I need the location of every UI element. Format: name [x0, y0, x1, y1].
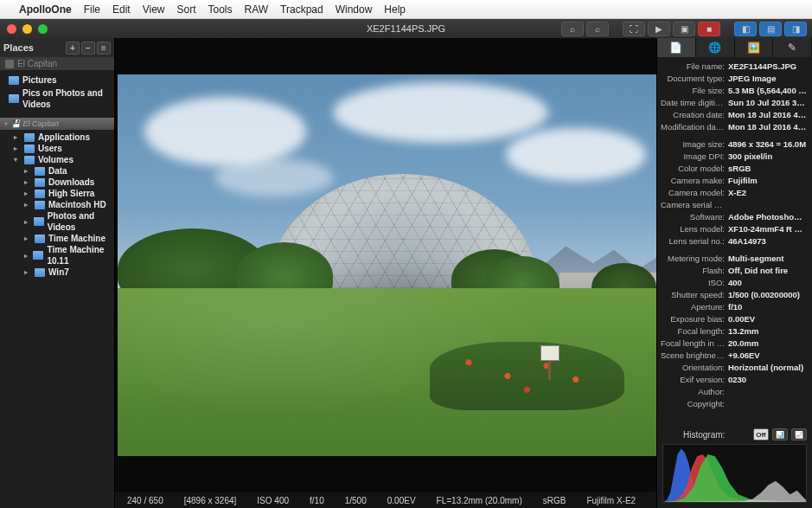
folder-icon [35, 178, 45, 187]
remove-place-button[interactable]: − [81, 42, 95, 55]
folder-icon [35, 201, 45, 209]
toggle-filmstrip-icon[interactable]: ▤ [759, 22, 782, 36]
tree-item[interactable]: ▸Users [0, 143, 114, 154]
folder-icon [9, 94, 19, 103]
photo-canvas [118, 74, 656, 456]
tree-item[interactable]: ▸Time Machine 10.11 [0, 244, 114, 267]
disclosure-icon[interactable]: ▸ [14, 143, 21, 154]
add-place-button[interactable]: + [66, 42, 80, 55]
record-icon[interactable]: ■ [698, 22, 720, 36]
tree-item[interactable]: ▸Applications [0, 132, 114, 143]
disclosure-icon[interactable]: ▸ [24, 267, 31, 278]
metadata-value [728, 386, 807, 398]
minimize-button[interactable] [22, 24, 32, 34]
metadata-row: Software:Adobe Photoshop CS6 (M... [661, 211, 807, 223]
close-button[interactable] [7, 24, 16, 34]
places-options-button[interactable]: ≡ [97, 42, 111, 55]
titlebar[interactable]: XE2F1144PS.JPG ⌕ ⌕ ⛶ ▶ ▣ ■ ◧ ▤ ◨ [0, 19, 812, 38]
zoom-button[interactable] [38, 24, 48, 34]
folder-icon [35, 190, 45, 198]
tree-label: Photos and Videos [48, 210, 112, 233]
metadata-value: +9.06EV [728, 350, 807, 362]
favorite-folder[interactable]: Pictures [0, 74, 114, 87]
disclosure-icon[interactable]: ▸ [24, 177, 31, 188]
tab-globe[interactable]: 🌐 [696, 38, 735, 57]
page-icon: 📄 [669, 42, 682, 54]
toggle-sidebar-icon[interactable]: ◧ [734, 22, 757, 36]
menu-file[interactable]: File [84, 3, 100, 16]
metadata-value: 0.00EV [728, 313, 807, 325]
folder-icon [33, 251, 43, 260]
status-ev: 0.00EV [387, 496, 416, 505]
menu-sort[interactable]: Sort [177, 3, 196, 16]
tree-item[interactable]: ▸High Sierra [0, 188, 114, 199]
favorite-folder[interactable]: Pics on Photos and Videos [0, 87, 114, 111]
metadata-row: Camera model:X-E2 [661, 187, 807, 199]
tree-item[interactable]: ▸Data [0, 165, 114, 177]
fullscreen-icon[interactable]: ⛶ [623, 22, 645, 36]
disclosure-icon[interactable]: ▸ [24, 216, 30, 228]
histogram-rgb-button[interactable]: 📊 [772, 428, 788, 440]
metadata-key: Color model: [661, 163, 725, 175]
disclosure-icon[interactable]: ▾ [14, 154, 21, 165]
metadata-key: File size: [661, 85, 725, 97]
metadata-row: Orientation:Horizontal (normal) [661, 362, 807, 374]
system-menubar: ApolloOne File Edit View Sort Tools RAW … [0, 0, 812, 19]
menu-raw[interactable]: RAW [245, 3, 269, 16]
metadata-key: Camera model: [661, 187, 725, 199]
metadata-value: X-E2 [728, 187, 807, 199]
metadata-key: Copyright: [661, 398, 725, 410]
metadata-row: Image size:4896 x 3264 = 16.0M [661, 138, 807, 151]
metadata-key: Focal length: [661, 325, 725, 338]
disclosure-icon[interactable]: ▸ [24, 199, 31, 210]
menu-trackpad[interactable]: Trackpad [280, 3, 323, 16]
histogram-luma-button[interactable]: 📈 [791, 428, 807, 440]
tab-map[interactable]: 🖼️ [735, 38, 774, 57]
metadata-row: Image DPI:300 pixel/in [661, 151, 807, 163]
metadata-row: Flash:Off, Did not fire [661, 265, 807, 277]
places-sidebar: Places + − ≡ El Capitan Pictures Pics on… [0, 38, 115, 508]
tab-info[interactable]: 📄 [657, 38, 696, 57]
volume-header[interactable]: ▾💾 El Capitan [0, 118, 114, 130]
status-count: 240 / 650 [127, 496, 163, 505]
metadata-row: Metering mode:Multi-segment [661, 253, 807, 265]
disclosure-icon[interactable]: ▸ [24, 188, 31, 199]
metadata-key: Lens serial no.: [661, 235, 725, 248]
disclosure-icon[interactable]: ▸ [24, 165, 31, 177]
status-fstop: f/10 [310, 496, 324, 505]
tree-item[interactable]: ▸Macintosh HD [0, 199, 114, 210]
disclosure-icon[interactable]: ▸ [24, 233, 31, 244]
app-menu[interactable]: ApolloOne [19, 3, 72, 16]
metadata-row: Shutter speed:1/500 (0.00200000) [661, 289, 807, 301]
tree-item[interactable]: ▸Photos and Videos [0, 210, 114, 233]
disclosure-icon[interactable]: ▸ [14, 132, 21, 143]
metadata-value: JPEG Image [728, 73, 807, 85]
menu-tools[interactable]: Tools [208, 3, 233, 16]
zoom-out-icon[interactable]: ⌕ [586, 22, 609, 36]
zoom-in-icon[interactable]: ⌕ [561, 22, 584, 36]
selected-volume[interactable]: El Capitan [0, 57, 114, 70]
histogram-off-button[interactable]: Off [753, 428, 769, 440]
metadata-key: Camera serial no.: [661, 199, 725, 211]
tree-item[interactable]: ▾Volumes [0, 154, 114, 165]
metadata-key: Focal length in 3... [661, 338, 725, 350]
disclosure-icon[interactable]: ▸ [24, 250, 29, 261]
metadata-row: ISO:400 [661, 277, 807, 289]
metadata-row: Scene brightness:+9.06EV [661, 350, 807, 362]
tree-item[interactable]: ▸Downloads [0, 177, 114, 188]
image-viewer[interactable]: 240 / 650 [4896 x 3264] ISO 400 f/10 1/5… [115, 38, 656, 508]
tab-edit[interactable]: ✎ [773, 38, 812, 57]
menu-view[interactable]: View [143, 3, 165, 16]
tree-item[interactable]: ▸Win7 [0, 267, 114, 278]
metadata-key: Exposure bias: [661, 313, 725, 325]
folder-icon [34, 217, 44, 226]
menu-help[interactable]: Help [384, 3, 406, 16]
compare-icon[interactable]: ▣ [673, 22, 695, 36]
tree-item[interactable]: ▸Time Machine [0, 233, 114, 244]
toggle-inspector-icon[interactable]: ◨ [784, 22, 807, 36]
metadata-value: 46A14973 [728, 235, 807, 248]
slideshow-icon[interactable]: ▶ [648, 22, 670, 36]
menu-edit[interactable]: Edit [112, 3, 131, 16]
tree-label: Users [38, 143, 62, 154]
menu-window[interactable]: Window [336, 3, 373, 16]
